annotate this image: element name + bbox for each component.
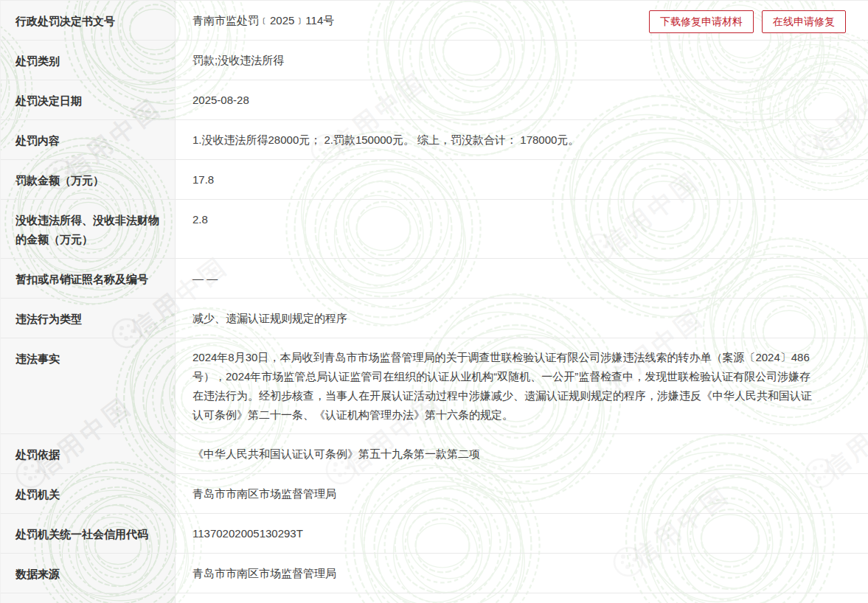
table-row: 没收违法所得、没收非法财物的金额（万元） 2.8 (1, 200, 868, 259)
row-value: 青南市监处罚﹝2025﹞114号 下载修复申请材料 在线申请修复 (175, 1, 868, 40)
table-row: 处罚依据 《中华人民共和国认证认可条例》第五十九条第一款第二项 (1, 434, 868, 474)
row-value-text: — — (192, 272, 218, 285)
row-label: 数据来源 (1, 554, 175, 593)
row-label: 没收违法所得、没收非法财物的金额（万元） (1, 200, 175, 258)
table-row: 处罚机关 青岛市市南区市场监督管理局 (1, 474, 868, 514)
row-label: 处罚机关统一社会信用代码 (1, 514, 175, 553)
table-row: 处罚机关统一社会信用代码 11370202005130293T (1, 514, 868, 554)
table-row: 行政处罚决定书文号 青南市监处罚﹝2025﹞114号 下载修复申请材料 在线申请… (1, 1, 868, 41)
row-label: 处罚决定日期 (1, 80, 175, 119)
apply-repair-online-button[interactable]: 在线申请修复 (762, 10, 846, 33)
row-value-text: 11370202005130293T (192, 527, 303, 540)
row-label: 处罚依据 (1, 434, 175, 473)
row-label: 行政处罚决定书文号 (1, 1, 175, 40)
row-label: 暂扣或吊销证照名称及编号 (1, 259, 175, 298)
table-row: 违法事实 2024年8月30日，本局收到青岛市市场监督管理局的关于调查世联检验认… (1, 338, 868, 434)
row-value: 11370202005130293T (175, 514, 868, 553)
row-label: 处罚机关 (1, 474, 175, 513)
table-row: 数据来源 青岛市市南区市场监督管理局 (1, 554, 868, 593)
row-value: 青岛市市南区市场监督管理局 (175, 474, 868, 513)
row-label: 违法事实 (1, 338, 175, 433)
table-row: 罚款金额（万元） 17.8 (1, 160, 868, 200)
row-label: 数据来源单位统一社会信用代码 (1, 593, 175, 603)
table-row: 违法行为类型 减少、遗漏认证规则规定的程序 (1, 299, 868, 338)
row-value: 11370202005130293T (175, 593, 868, 603)
row-value: 17.8 (175, 160, 868, 199)
table-row: 处罚决定日期 2025-08-28 (1, 80, 868, 120)
row-label: 处罚内容 (1, 120, 175, 159)
table-row: 数据来源单位统一社会信用代码 11370202005130293T (1, 593, 868, 603)
row-value-text: 青岛市市南区市场监督管理局 (192, 567, 336, 579)
row-value: 2025-08-28 (175, 80, 868, 119)
row-value-text: 罚款;没收违法所得 (192, 54, 284, 66)
repair-action-buttons: 下载修复申请材料 在线申请修复 (649, 10, 846, 33)
row-label: 处罚类别 (1, 41, 175, 80)
table-row: 处罚类别 罚款;没收违法所得 (1, 41, 868, 80)
download-repair-materials-button[interactable]: 下载修复申请材料 (649, 10, 754, 33)
row-value: — — (175, 259, 868, 298)
row-label: 罚款金额（万元） (1, 160, 175, 199)
row-value-text: 2025-08-28 (192, 94, 249, 106)
row-value: 2.8 (175, 200, 868, 258)
row-value: 罚款;没收违法所得 (175, 41, 868, 80)
row-value: 减少、遗漏认证规则规定的程序 (175, 299, 868, 338)
row-value-text: 1.没收违法所得28000元； 2.罚款150000元。 综上，罚没款合计： 1… (192, 133, 579, 146)
row-value: 《中华人民共和国认证认可条例》第五十九条第一款第二项 (175, 434, 868, 473)
table-row: 暂扣或吊销证照名称及编号 — — (1, 259, 868, 299)
row-value: 2024年8月30日，本局收到青岛市市场监督管理局的关于调查世联检验认证有限公司… (175, 338, 868, 433)
row-value-text: 青南市监处罚﹝2025﹞114号 (192, 14, 334, 27)
penalty-record-table: 行政处罚决定书文号 青南市监处罚﹝2025﹞114号 下载修复申请材料 在线申请… (0, 0, 868, 603)
row-value: 1.没收违法所得28000元； 2.罚款150000元。 综上，罚没款合计： 1… (175, 120, 868, 159)
row-value-text: 2024年8月30日，本局收到青岛市市场监督管理局的关于调查世联检验认证有限公司… (192, 351, 812, 421)
table-row: 处罚内容 1.没收违法所得28000元； 2.罚款150000元。 综上，罚没款… (1, 120, 868, 160)
row-value-text: 《中华人民共和国认证认可条例》第五十九条第一款第二项 (192, 447, 480, 460)
row-label: 违法行为类型 (1, 299, 175, 338)
row-value: 青岛市市南区市场监督管理局 (175, 554, 868, 593)
row-value-text: 青岛市市南区市场监督管理局 (192, 487, 336, 500)
row-value-text: 17.8 (192, 173, 214, 186)
row-value-text: 2.8 (192, 213, 208, 226)
row-value-text: 减少、遗漏认证规则规定的程序 (192, 312, 347, 324)
